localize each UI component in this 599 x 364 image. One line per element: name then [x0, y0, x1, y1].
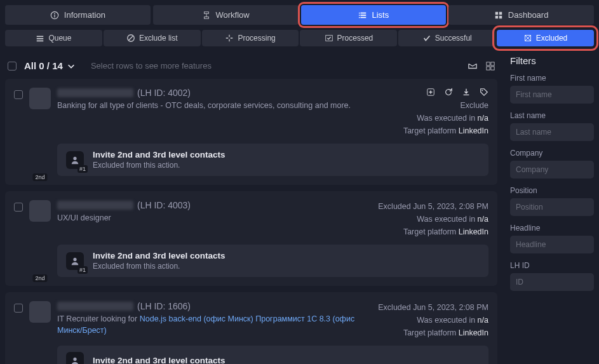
- action-title: Invite 2nd and 3rd level contacts: [93, 150, 225, 159]
- person-icon: [71, 356, 79, 364]
- sub-tab-queue[interactable]: Queue: [5, 30, 102, 46]
- lists-icon: [358, 11, 367, 20]
- subtab-label: Exclude list: [139, 34, 178, 43]
- svg-point-34: [73, 257, 76, 260]
- workflow-icon: [202, 11, 211, 20]
- tag-icon: [480, 88, 488, 97]
- svg-rect-14: [495, 15, 498, 18]
- avatar[interactable]: [29, 88, 51, 109]
- svg-rect-18: [37, 41, 44, 42]
- action-badge: #1: [77, 266, 88, 274]
- avatar[interactable]: [29, 301, 51, 323]
- sub-tab-exclude-list[interactable]: Exclude list: [104, 30, 201, 46]
- excluded-line: Exclude: [403, 99, 488, 112]
- lh-id: (LH ID: 1606): [137, 301, 191, 311]
- action-sub: Excluded from this action.: [93, 161, 225, 170]
- filter-label: LH ID: [510, 261, 594, 270]
- degree-badge: 2nd: [32, 173, 47, 181]
- successful-icon: [422, 34, 431, 43]
- svg-point-10: [358, 15, 360, 16]
- row-checkbox[interactable]: [14, 90, 23, 99]
- download-icon: [462, 88, 471, 97]
- svg-point-35: [73, 358, 76, 361]
- action-box: #1Invite 2nd and 3rd level contacts: [57, 346, 488, 364]
- mail-icon[interactable]: [468, 62, 477, 71]
- subtab-label: Queue: [48, 34, 71, 43]
- svg-rect-16: [37, 36, 44, 37]
- person-icon: [71, 257, 79, 266]
- row-checkbox[interactable]: [14, 203, 23, 212]
- filter-label: First name: [510, 74, 594, 83]
- profile-desc: Banking for all type of clients - OTC de…: [57, 100, 403, 112]
- lh-id: (LH ID: 4002): [137, 88, 191, 98]
- svg-rect-15: [499, 15, 502, 18]
- count-label[interactable]: All 0 / 14: [24, 60, 76, 71]
- filter-input-first-name[interactable]: [510, 86, 594, 104]
- svg-rect-2: [54, 15, 55, 17]
- degree-badge: 2nd: [32, 274, 47, 282]
- action-title: Invite 2nd and 3rd level contacts: [93, 356, 225, 365]
- sub-tab-processing[interactable]: Processing: [202, 30, 299, 46]
- avatar[interactable]: [29, 200, 51, 222]
- subtab-label: Processed: [337, 34, 374, 43]
- action-icon: [66, 352, 84, 364]
- svg-point-9: [358, 12, 360, 13]
- count-text: All 0 / 14: [24, 60, 63, 71]
- svg-rect-4: [204, 17, 208, 18]
- action-box: #1Invite 2nd and 3rd level contactsExclu…: [57, 144, 488, 176]
- svg-point-32: [482, 90, 483, 91]
- excluded-line: Excluded Jun 5, 2023, 2:08 PM: [378, 200, 488, 213]
- top-tab-lists[interactable]: Lists: [301, 5, 447, 25]
- queue-icon: [36, 34, 44, 43]
- action-sub: Excluded from this action.: [93, 262, 225, 271]
- filter-input-last-name[interactable]: [510, 123, 594, 141]
- lh-id: (LH ID: 4003): [137, 200, 191, 210]
- excluded-line: Excluded Jun 5, 2023, 2:08 PM: [378, 301, 488, 314]
- profile-name-blurred: [57, 88, 133, 97]
- subtab-label: Excluded: [536, 34, 567, 43]
- chevron-down-icon: [67, 62, 76, 71]
- grid-icon[interactable]: [486, 62, 495, 71]
- filter-label: Headline: [510, 224, 594, 233]
- info-icon: [50, 11, 59, 20]
- person-icon: [71, 156, 79, 165]
- top-tab-dashboard[interactable]: Dashboard: [448, 5, 594, 25]
- filter-input-lh-id[interactable]: [510, 273, 594, 291]
- profile-desc: IT Recruiter looking for Node.js back-en…: [57, 314, 378, 336]
- excluded-icon: [523, 34, 532, 43]
- subtab-label: Successful: [435, 34, 472, 43]
- svg-point-11: [358, 17, 360, 18]
- filter-input-position[interactable]: [510, 198, 594, 216]
- profile-desc: UX/UI designer: [57, 213, 378, 224]
- filter-label: Last name: [510, 111, 594, 120]
- top-tab-information[interactable]: Information: [5, 5, 151, 25]
- plus-icon: [426, 88, 435, 97]
- svg-line-20: [128, 36, 133, 41]
- profile-card: 2nd (LH ID: 4003)UX/UI designerExcluded …: [5, 191, 497, 286]
- svg-point-1: [54, 13, 55, 14]
- action-title: Invite 2nd and 3rd level contacts: [93, 251, 225, 260]
- filters-title: Filters: [510, 55, 594, 66]
- tab-label: Lists: [372, 10, 389, 20]
- exclude-icon: [126, 34, 135, 43]
- filter-input-headline[interactable]: [510, 236, 594, 253]
- tab-label: Workflow: [216, 10, 250, 20]
- svg-rect-12: [495, 11, 498, 14]
- row-checkbox[interactable]: [14, 304, 23, 313]
- select-all-checkbox[interactable]: [8, 62, 17, 71]
- filter-label: Company: [510, 149, 594, 158]
- action-badge: #1: [77, 165, 88, 173]
- filter-label: Position: [510, 186, 594, 195]
- processing-icon: [225, 34, 234, 43]
- sub-tab-processed[interactable]: Processed: [300, 30, 397, 46]
- svg-point-33: [73, 156, 76, 159]
- svg-rect-28: [491, 66, 494, 69]
- sub-tab-successful[interactable]: Successful: [398, 30, 495, 46]
- card-meta: Excluded Jun 5, 2023, 2:08 PMWas execute…: [378, 200, 488, 238]
- tab-label: Information: [64, 10, 105, 20]
- sub-tab-excluded[interactable]: Excluded: [497, 30, 594, 46]
- filter-input-company[interactable]: [510, 161, 594, 179]
- svg-rect-25: [487, 62, 490, 65]
- top-tab-workflow[interactable]: Workflow: [153, 5, 299, 25]
- action-box: #1Invite 2nd and 3rd level contactsExclu…: [57, 245, 488, 277]
